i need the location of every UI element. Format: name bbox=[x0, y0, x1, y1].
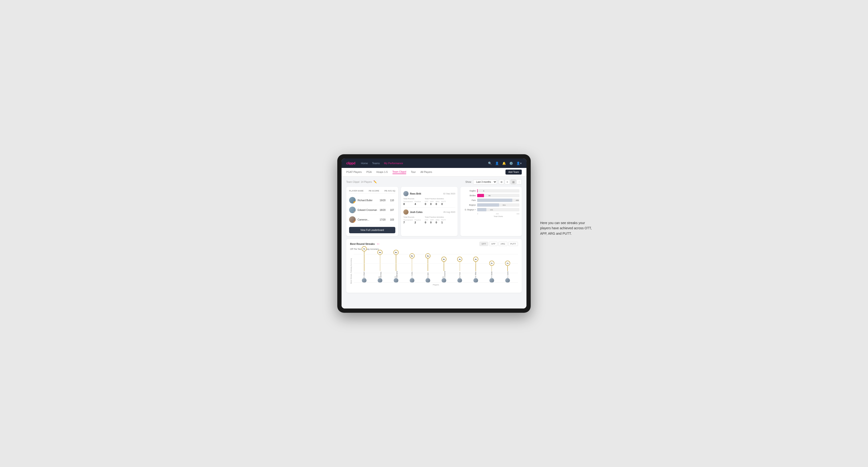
app-control-button[interactable]: APP bbox=[489, 242, 497, 246]
arg-val: 0 bbox=[436, 221, 439, 224]
grid-view-icon[interactable]: ⊞ bbox=[499, 179, 504, 184]
total-rounds-group: Total Rounds Tournament 8 Practice bbox=[403, 198, 421, 206]
streak-avatar-bottom bbox=[410, 278, 414, 283]
logo: clippd bbox=[346, 161, 355, 165]
player-name: Cameron... bbox=[358, 218, 377, 221]
bar-fill: 96 bbox=[477, 194, 484, 197]
bell-icon[interactable]: 🔔 bbox=[502, 161, 506, 165]
app-label: APP bbox=[430, 219, 434, 221]
app-val: 0 bbox=[430, 203, 434, 206]
arg-stat: ARG 0 bbox=[436, 219, 439, 224]
streaks-section: Best Round Streaks ← OTT APP ARG PUTT Of… bbox=[346, 239, 522, 293]
show-label: Show bbox=[465, 181, 471, 183]
putt-label: PUTT bbox=[441, 219, 446, 221]
streak-player-name: E. Ebert bbox=[363, 271, 365, 278]
tournament-stat: Tournament 7 bbox=[403, 219, 413, 224]
medal-bronze: 3 bbox=[353, 220, 356, 223]
medal-gold: 1 bbox=[353, 201, 356, 204]
total-rounds-label: Total Rounds bbox=[403, 198, 421, 200]
bar-row-pars: Pars 499 bbox=[463, 198, 519, 202]
profile-icon[interactable]: 👤▾ bbox=[516, 161, 522, 165]
streak-player-name: R. Britt bbox=[427, 271, 429, 278]
putt-stat: PUTT 1 bbox=[441, 219, 446, 224]
total-rounds-group: Total Rounds Tournament 7 Practice bbox=[403, 216, 421, 224]
putt-control-button[interactable]: PUTT bbox=[508, 242, 518, 246]
team-name: Team Clippd bbox=[346, 181, 360, 183]
tournament-label: Tournament bbox=[403, 200, 413, 203]
list-view-icon[interactable]: ≡ bbox=[505, 179, 510, 184]
edit-icon[interactable]: ✏️ bbox=[373, 180, 377, 184]
tab-tour[interactable]: Tour bbox=[411, 170, 415, 174]
view-full-leaderboard-button[interactable]: View Full Leaderboard bbox=[349, 227, 395, 233]
grid-line bbox=[354, 254, 518, 254]
total-rounds-label: Total Rounds bbox=[403, 216, 421, 218]
stat-player-name: Rees Britt bbox=[410, 192, 421, 195]
streak-player-col: 6xB. McHarg bbox=[372, 250, 388, 283]
bar-fill: 311 bbox=[477, 203, 499, 207]
bar-fill: 131 bbox=[477, 208, 486, 211]
table-row[interactable]: 3 Cameron... 17/20 103 bbox=[349, 215, 395, 224]
putt-label: PUTT bbox=[441, 200, 446, 203]
avatar: 1 bbox=[349, 197, 356, 204]
nav-home[interactable]: Home bbox=[361, 162, 368, 165]
app-val: 0 bbox=[430, 221, 434, 224]
table-row[interactable]: 2 Edward Crossman 18/20 107 bbox=[349, 205, 395, 215]
rounds-sub-cols: Tournament 7 Practice 2 bbox=[403, 219, 421, 224]
player-info: Richard Butler bbox=[358, 199, 377, 201]
bar-label: Birdies bbox=[463, 194, 476, 197]
add-team-button[interactable]: Add Team bbox=[505, 169, 522, 175]
chart-panel: Eagles 3 Birdies bbox=[460, 187, 522, 236]
streak-bar-line bbox=[428, 258, 428, 271]
stat-player-header: Josh Coles 26 Aug 2023 bbox=[403, 210, 455, 215]
streak-player-name: R. Butler bbox=[491, 271, 493, 278]
bar-value: 3 bbox=[483, 190, 484, 192]
user-icon[interactable]: 👤 bbox=[495, 161, 499, 165]
streaks-title: Best Round Streaks ← bbox=[350, 242, 380, 246]
bar-row-eagles: Eagles 3 bbox=[463, 189, 519, 192]
pb-avg: 107 bbox=[389, 209, 395, 211]
player-name: Edward Crossman bbox=[358, 209, 377, 211]
player-stat-row: Rees Britt 02 Sep 2023 Total Rounds Tour… bbox=[403, 189, 455, 208]
tab-all-players[interactable]: All Players bbox=[420, 170, 432, 174]
streak-bar-line bbox=[364, 251, 365, 271]
card-view-icon[interactable]: ▤ bbox=[511, 179, 516, 184]
streak-bubble: 4x bbox=[457, 257, 462, 262]
period-select[interactable]: Last 3 months bbox=[473, 180, 497, 184]
streak-avatar-bottom bbox=[457, 278, 462, 283]
nav-right: 🔍 👤 🔔 ⚙️ 👤▾ bbox=[488, 161, 522, 165]
medal-silver: 2 bbox=[353, 211, 356, 213]
tournament-stat: Tournament 8 bbox=[403, 200, 413, 206]
nav-my-performance[interactable]: My Performance bbox=[384, 162, 403, 165]
stat-avatar bbox=[403, 191, 408, 196]
tab-pga[interactable]: PGA bbox=[367, 170, 372, 174]
arg-label: ARG bbox=[436, 219, 439, 221]
streak-player-col: 5xR. Britt bbox=[420, 253, 436, 283]
pb-score: 18/20 bbox=[379, 209, 386, 211]
arg-control-button[interactable]: ARG bbox=[498, 242, 507, 246]
bar-label: Eagles bbox=[463, 190, 476, 192]
streak-avatar-bottom bbox=[394, 278, 398, 283]
tab-hcaps[interactable]: Hcaps 1-5 bbox=[376, 170, 388, 174]
player-scores: 19/20 110 bbox=[379, 199, 395, 201]
settings-icon[interactable]: ⚙️ bbox=[509, 161, 513, 165]
stat-date: 02 Sep 2023 bbox=[443, 192, 455, 195]
streak-player-col: 6xD. Billingham bbox=[388, 250, 404, 283]
arrow-indicator: ← bbox=[377, 242, 380, 246]
streak-player-name: B. McHarg bbox=[378, 271, 382, 278]
table-row[interactable]: 1 Richard Butler 19/20 110 bbox=[349, 195, 395, 205]
streak-avatar-bottom bbox=[362, 278, 367, 283]
tab-pgat-players[interactable]: PGAT Players bbox=[346, 170, 362, 174]
streak-bar-line bbox=[412, 258, 412, 271]
streak-avatar-bottom bbox=[505, 278, 510, 283]
nav-teams[interactable]: Teams bbox=[372, 162, 380, 165]
search-icon[interactable]: 🔍 bbox=[488, 161, 492, 165]
stat-avatar bbox=[403, 210, 408, 215]
nav-bar: clippd Home Teams My Performance 🔍 👤 🔔 ⚙… bbox=[342, 158, 526, 168]
streak-player-name: E. Crossman bbox=[442, 271, 445, 278]
tab-team-clippd[interactable]: Team Clippd bbox=[393, 170, 406, 174]
settings-view-icon[interactable]: ⋮ bbox=[517, 179, 522, 184]
ott-label: OTT bbox=[425, 219, 428, 221]
nav-links: Home Teams My Performance bbox=[361, 162, 403, 165]
streak-avatar-bottom bbox=[378, 278, 382, 283]
ott-control-button[interactable]: OTT bbox=[479, 242, 488, 246]
